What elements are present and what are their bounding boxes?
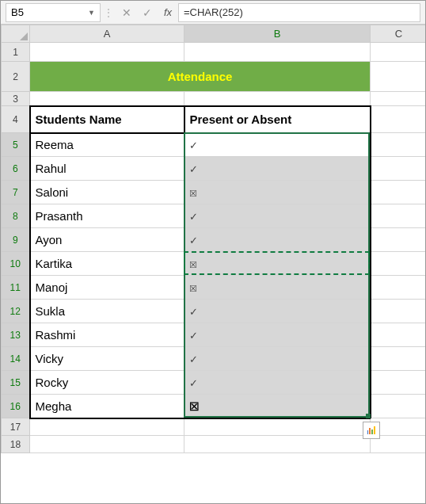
cross-icon: ☒ xyxy=(189,400,200,413)
chart-icon xyxy=(367,426,375,434)
spreadsheet-grid[interactable]: A B C 1 2 Attendance 3 4 Students Name P… xyxy=(1,25,425,453)
col-header-B[interactable]: B xyxy=(184,25,371,43)
cell[interactable] xyxy=(371,323,426,347)
cell[interactable] xyxy=(371,371,426,395)
cell[interactable] xyxy=(371,300,426,323)
row-header[interactable]: 3 xyxy=(2,92,30,106)
attendance-cell[interactable]: ✓ xyxy=(184,300,371,323)
chevron-down-icon[interactable]: ▼ xyxy=(88,9,95,17)
name-box-value: B5 xyxy=(11,6,24,18)
row-header[interactable]: 16 xyxy=(2,395,30,418)
formula-input[interactable]: =CHAR(252) xyxy=(178,3,420,22)
student-name-cell[interactable]: Rahul xyxy=(30,157,184,181)
attendance-cell[interactable]: ✓ xyxy=(184,323,371,347)
name-box[interactable]: B5 ▼ xyxy=(6,3,101,22)
row-header[interactable]: 11 xyxy=(2,276,30,300)
paste-options-button[interactable] xyxy=(363,422,380,439)
cell[interactable] xyxy=(371,106,426,133)
check-icon: ✓ xyxy=(189,330,198,342)
student-name-cell[interactable]: Vicky xyxy=(30,347,184,371)
student-name-cell[interactable]: Ayon xyxy=(30,228,184,252)
attendance-cell[interactable]: ✓ xyxy=(184,133,371,157)
attendance-cell[interactable]: ☒ xyxy=(184,395,371,418)
cell[interactable] xyxy=(184,92,371,106)
cell[interactable] xyxy=(371,395,426,418)
cell[interactable] xyxy=(30,92,184,106)
check-icon: ✓ xyxy=(189,377,198,389)
row-header[interactable]: 17 xyxy=(2,418,30,436)
cell[interactable] xyxy=(371,62,426,92)
enter-icon[interactable]: ✓ xyxy=(137,3,158,22)
cell[interactable] xyxy=(371,133,426,157)
cell[interactable] xyxy=(371,181,426,204)
row-header[interactable]: 14 xyxy=(2,347,30,371)
cross-icon: ☒ xyxy=(189,260,197,269)
col-header-C[interactable]: C xyxy=(371,25,426,43)
cell[interactable] xyxy=(371,92,426,106)
cell[interactable] xyxy=(371,204,426,228)
cross-icon: ☒ xyxy=(189,284,197,293)
row-header[interactable]: 8 xyxy=(2,204,30,228)
cell[interactable] xyxy=(371,43,426,62)
formula-text: =CHAR(252) xyxy=(184,6,243,18)
check-icon: ✓ xyxy=(189,211,198,223)
cell[interactable] xyxy=(371,276,426,300)
check-icon: ✓ xyxy=(189,306,198,318)
check-icon: ✓ xyxy=(189,353,198,365)
row-header[interactable]: 9 xyxy=(2,228,30,252)
grid-area: A B C 1 2 Attendance 3 4 Students Name P… xyxy=(1,25,425,504)
attendance-cell[interactable]: ☒ xyxy=(184,276,371,300)
cell[interactable] xyxy=(371,347,426,371)
cell[interactable] xyxy=(184,418,371,436)
row-header[interactable]: 18 xyxy=(2,436,30,453)
attendance-cell[interactable]: ✓ xyxy=(184,228,371,252)
cell[interactable] xyxy=(371,252,426,276)
separator: ⋮ xyxy=(101,6,116,19)
student-name-cell[interactable]: Reema xyxy=(30,133,184,157)
student-name-cell[interactable]: Megha xyxy=(30,395,184,418)
cell[interactable] xyxy=(30,43,184,62)
title-cell[interactable]: Attendance xyxy=(30,62,371,92)
cancel-icon[interactable]: ✕ xyxy=(116,3,137,22)
row-header[interactable]: 12 xyxy=(2,300,30,323)
student-name-cell[interactable]: Saloni xyxy=(30,181,184,204)
cell[interactable] xyxy=(371,228,426,252)
check-icon: ✓ xyxy=(189,139,198,151)
row-header[interactable]: 15 xyxy=(2,371,30,395)
cell[interactable] xyxy=(184,43,371,62)
attendance-cell[interactable]: ☒ xyxy=(184,181,371,204)
cell[interactable] xyxy=(30,436,184,453)
col-header-A[interactable]: A xyxy=(30,25,184,43)
row-header[interactable]: 7 xyxy=(2,181,30,204)
row-header[interactable]: 5 xyxy=(2,133,30,157)
fx-icon[interactable]: fx xyxy=(158,3,178,22)
student-name-cell[interactable]: Kartika xyxy=(30,252,184,276)
student-name-cell[interactable]: Sukla xyxy=(30,300,184,323)
row-header[interactable]: 4 xyxy=(2,106,30,133)
check-icon: ✓ xyxy=(189,235,198,246)
header-students[interactable]: Students Name xyxy=(30,106,184,133)
select-all-corner[interactable] xyxy=(2,25,30,43)
row-header[interactable]: 13 xyxy=(2,323,30,347)
student-name-cell[interactable]: Manoj xyxy=(30,276,184,300)
row-header[interactable]: 2 xyxy=(2,62,30,92)
attendance-cell[interactable]: ✓ xyxy=(184,157,371,181)
cell[interactable] xyxy=(184,436,371,453)
cell[interactable] xyxy=(30,418,184,436)
formula-bar-row: B5 ▼ ⋮ ✕ ✓ fx =CHAR(252) xyxy=(1,1,425,25)
cell[interactable] xyxy=(371,157,426,181)
attendance-cell[interactable]: ☒ xyxy=(184,252,371,276)
attendance-cell[interactable]: ✓ xyxy=(184,347,371,371)
check-icon: ✓ xyxy=(189,163,198,175)
student-name-cell[interactable]: Rashmi xyxy=(30,323,184,347)
student-name-cell[interactable]: Rocky xyxy=(30,371,184,395)
row-header[interactable]: 1 xyxy=(2,43,30,62)
row-header[interactable]: 10 xyxy=(2,252,30,276)
attendance-cell[interactable]: ✓ xyxy=(184,204,371,228)
cross-icon: ☒ xyxy=(189,189,197,198)
header-present[interactable]: Present or Absent xyxy=(184,106,371,133)
attendance-cell[interactable]: ✓ xyxy=(184,371,371,395)
student-name-cell[interactable]: Prasanth xyxy=(30,204,184,228)
row-header[interactable]: 6 xyxy=(2,157,30,181)
